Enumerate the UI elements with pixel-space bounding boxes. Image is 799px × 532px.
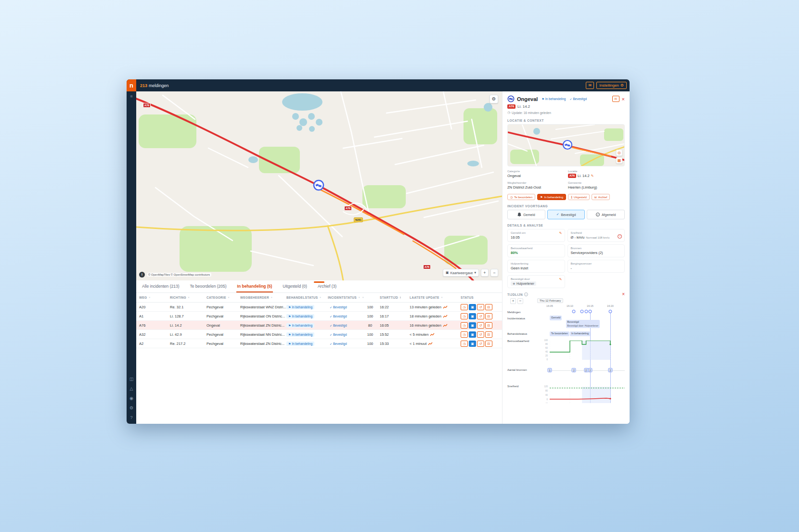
location-minimap[interactable]: ◎ ▦ (507, 124, 625, 166)
undo-button[interactable]: ↺ (477, 313, 484, 319)
tab-archief[interactable]: Archief (3) (317, 281, 337, 292)
archive-button[interactable]: ⊟ (485, 341, 492, 347)
archive-button[interactable]: ⊟ (485, 322, 492, 329)
table-row[interactable]: A20 Re. 32.1 Pechgeval Rijkswaterstaat W… (136, 303, 502, 312)
trend-icon[interactable] (428, 342, 433, 345)
filter-icon[interactable]: ▼ (319, 296, 322, 299)
layers-icon[interactable]: ◫ (129, 377, 134, 381)
info-icon[interactable]: i (524, 292, 528, 296)
settings-button[interactable]: Instellingen⚙ (596, 82, 627, 89)
user-icon[interactable]: ◉ (129, 396, 133, 401)
minimap-locate-button[interactable]: ◎ (616, 150, 622, 156)
col-betrouwbaarheid[interactable]: ▼ (361, 296, 380, 299)
undo-button[interactable]: ↺ (477, 304, 484, 310)
trend-icon[interactable] (443, 315, 448, 318)
col-incidentstatus[interactable]: Incidentstatus▼ (328, 296, 361, 299)
timeline-event-marker[interactable] (572, 310, 576, 313)
map[interactable]: A76 A76 N281 A76 ⚙ i © OpenMapTiles © Op… (136, 91, 502, 280)
messages-button[interactable]: ✉ (586, 82, 594, 89)
table-row[interactable]: A1 Li. 128.7 Pechgeval Rijkswaterstaat O… (136, 312, 502, 321)
close-panel-button[interactable]: × (622, 97, 625, 101)
archive-button[interactable]: ⊟ (485, 331, 492, 338)
snooze-button[interactable]: ◷ (461, 313, 468, 319)
table-row[interactable]: A2 Re. 217.2 Pechgeval Rijkswaterstaat Z… (136, 339, 502, 348)
source-count-chip[interactable]: 2 (588, 368, 593, 372)
tab-alle-incidenten[interactable]: Alle incidenten (213) (141, 281, 180, 292)
source-count-chip[interactable]: 1 (548, 368, 552, 372)
archive-button[interactable]: ⊟ (485, 304, 492, 310)
timeline-zoom-out-button[interactable]: − (517, 298, 523, 304)
undo-button[interactable]: ↺ (477, 341, 484, 347)
col-status[interactable]: Status (461, 296, 502, 299)
snooze-button[interactable]: ◷ (461, 322, 468, 329)
table-row-selected[interactable]: A76 Li. 14.2 Ongeval Rijkswaterstaat ZN … (136, 321, 502, 330)
snooze-button[interactable]: ◷ (461, 304, 468, 310)
zoom-in-button[interactable]: + (481, 269, 489, 277)
map-layers-button[interactable]: ▣Kaartweergave▾ (443, 269, 479, 277)
inspector-button[interactable]: ▣ (469, 322, 476, 329)
trend-icon[interactable] (430, 333, 435, 336)
timeline-event-marker[interactable] (609, 310, 612, 313)
inspector-button[interactable]: ▣ (469, 313, 476, 319)
timeline-status-badge[interactable]: Te beoordelen (550, 331, 569, 336)
inspector-button[interactable]: ▣ (469, 304, 476, 310)
filter-icon[interactable]: ▼ (148, 296, 151, 299)
app-logo[interactable]: n (127, 79, 136, 91)
filter-icon[interactable]: ▼ (188, 296, 190, 299)
filter-icon[interactable]: ▼ (358, 296, 361, 299)
trend-icon[interactable] (443, 324, 448, 327)
filter-icon[interactable]: ▼ (441, 296, 443, 299)
col-wegbeheerder[interactable]: Wegbeheerder▼ (240, 296, 286, 299)
timeline-zoom-in-button[interactable]: + (510, 298, 516, 304)
timeline-status-badge[interactable]: BevestigdBevestigd door: Hulpverlener (566, 320, 600, 328)
filter-icon[interactable]: ▼ (228, 296, 230, 299)
inspector-button[interactable]: ▣ (469, 341, 476, 347)
progress-gemeld-button[interactable]: Gemeld (507, 210, 545, 219)
close-timeline-button[interactable]: × (622, 292, 625, 296)
snooze-button[interactable]: ◷ (461, 331, 468, 338)
table-row[interactable]: A32 Li. 42.9 Pechgeval Rijkswaterstaat N… (136, 330, 502, 339)
edit-bevestigd-door-icon[interactable]: ✎ (559, 278, 562, 281)
col-behandelstatus[interactable]: Behandelstatus▼ (286, 296, 328, 299)
col-categorie[interactable]: Categorie▼ (206, 296, 240, 299)
state-in-behandeling[interactable]: ⚑In behandeling (537, 194, 566, 200)
undo-button[interactable]: ↺ (477, 331, 484, 338)
col-starttijd[interactable]: Starttijd↑ (380, 296, 410, 299)
snooze-button[interactable]: ◷ (461, 341, 468, 347)
undo-button[interactable]: ↺ (477, 322, 484, 329)
menu-icon[interactable]: ≡ (130, 94, 132, 99)
col-laatste-update[interactable]: Laatste update▼ (410, 296, 461, 299)
progress-afgemeld-button[interactable]: ✓ Afgemeld (587, 210, 625, 219)
panel-resize-handle[interactable] (314, 281, 324, 283)
edit-location-icon[interactable]: ✎ (591, 174, 594, 178)
minimap-layers-button[interactable]: ▦ (616, 157, 622, 164)
sidebar-settings-icon[interactable]: ⚙ (129, 406, 133, 410)
timeline-event-marker[interactable] (589, 310, 592, 313)
timeline-event-marker[interactable] (580, 310, 584, 313)
state-uitgesteld[interactable]: ∥Uitgesteld (568, 194, 590, 200)
zoom-out-button[interactable]: − (490, 269, 498, 277)
map-settings-button[interactable]: ⚙ (490, 95, 498, 103)
state-te-beoordelen[interactable]: ◷Te beoordelen (507, 194, 535, 200)
trend-icon[interactable] (443, 305, 448, 309)
inspector-button[interactable]: ▣ (469, 331, 476, 338)
filter-icon[interactable]: ▼ (362, 296, 364, 299)
timeline-status-badge[interactable]: Gemeld (550, 316, 562, 320)
filter-icon[interactable]: ▼ (271, 296, 273, 299)
source-count-chip[interactable]: 2 (572, 368, 576, 372)
timeline-event-marker[interactable] (584, 310, 588, 313)
archive-button[interactable]: ⊟ (485, 313, 492, 319)
col-weg[interactable]: Weg▼ (139, 296, 170, 299)
help-icon[interactable]: ? (130, 416, 132, 420)
info-icon[interactable]: i (139, 272, 145, 278)
state-archief[interactable]: ⊟Archief (592, 194, 610, 200)
progress-bevestigd-button[interactable]: ✓ Bevestigd (547, 210, 585, 219)
tab-te-beoordelen[interactable]: Te beoordelen (205) (189, 281, 228, 292)
edit-time-icon[interactable]: ✎ (559, 231, 562, 235)
tab-uitgesteld[interactable]: Uitgesteld (0) (282, 281, 308, 292)
source-count-chip[interactable]: 2 (608, 368, 613, 372)
no-data-icon[interactable]: − (618, 234, 622, 239)
mail-button[interactable]: ✉ (612, 96, 619, 102)
sort-ascending-icon[interactable]: ↑ (400, 296, 401, 299)
timeline-status-badge[interactable]: In behandeling (570, 331, 590, 336)
